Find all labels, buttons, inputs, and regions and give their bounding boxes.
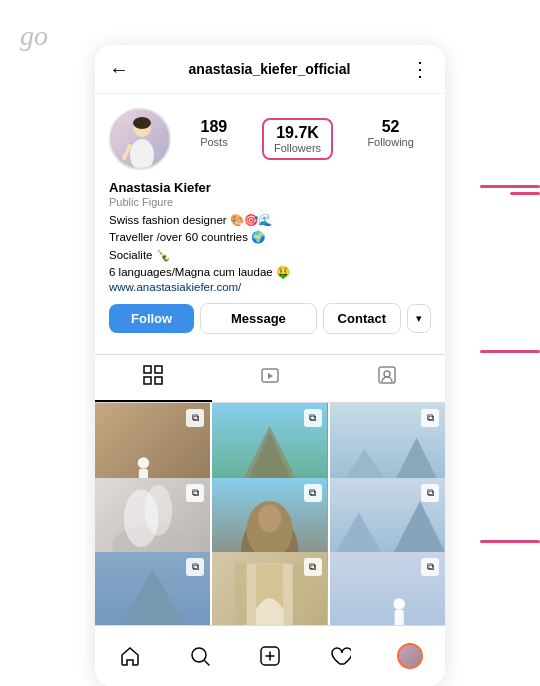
tagged-icon — [377, 365, 397, 390]
grid-overlay-6: ⧉ — [421, 484, 439, 502]
svg-point-14 — [138, 457, 150, 469]
grid-cell-9[interactable]: ⧉ — [330, 552, 445, 625]
username-label: anastasia_kiefer_official — [189, 61, 351, 77]
svg-point-27 — [145, 485, 173, 536]
profile-top-row: 189 Posts 19.7K Followers 52 Following — [109, 108, 431, 170]
profile-stats: 189 Posts 19.7K Followers 52 Following — [183, 118, 431, 160]
contact-button[interactable]: Contact — [323, 303, 401, 334]
bio-line-2: Traveller /over 60 countries 🌍 — [109, 229, 431, 246]
svg-rect-8 — [155, 377, 162, 384]
profile-header: ← anastasia_kiefer_official ⋮ — [95, 45, 445, 94]
followers-label: Followers — [274, 142, 321, 154]
following-stat: 52 Following — [367, 118, 413, 160]
posts-stat: 189 Posts — [200, 118, 228, 160]
grid-icon — [143, 365, 163, 390]
grid-overlay-9: ⧉ — [421, 558, 439, 576]
deco-line-1 — [480, 185, 540, 188]
svg-point-45 — [393, 598, 405, 610]
reels-icon — [260, 365, 280, 390]
photo-grid: ⧉ ⧉ — [95, 403, 445, 625]
phone-content: ← anastasia_kiefer_official ⋮ — [95, 45, 445, 686]
bottom-nav — [95, 625, 445, 686]
grid-cell-8[interactable]: ⧉ — [212, 552, 327, 625]
svg-rect-10 — [379, 367, 395, 383]
action-buttons: Follow Message Contact ▾ — [109, 303, 431, 334]
grid-cell-7[interactable]: ⧉ — [95, 552, 210, 625]
profile-name: Anastasia Kiefer — [109, 180, 431, 195]
likes-nav-button[interactable] — [320, 636, 360, 676]
deco-line-2 — [510, 192, 540, 195]
svg-point-31 — [258, 504, 281, 532]
svg-point-11 — [384, 371, 390, 377]
home-nav-button[interactable] — [110, 636, 150, 676]
profile-bio-text: Swiss fashion designer 🎨🎯🌊 Traveller /ov… — [109, 212, 431, 281]
grid-overlay-7: ⧉ — [186, 558, 204, 576]
profile-tabs — [95, 354, 445, 403]
followers-stat[interactable]: 19.7K Followers — [262, 118, 333, 160]
profile-nav-button[interactable] — [390, 636, 430, 676]
svg-point-3 — [130, 139, 154, 170]
svg-rect-6 — [155, 366, 162, 373]
svg-rect-46 — [394, 610, 403, 625]
message-button[interactable]: Message — [200, 303, 316, 334]
avatar — [109, 108, 171, 170]
posts-label: Posts — [200, 136, 228, 148]
posts-count: 189 — [201, 118, 228, 136]
svg-point-47 — [192, 648, 206, 662]
follow-button[interactable]: Follow — [109, 304, 194, 333]
deco-line-3 — [480, 350, 540, 353]
profile-bio: Anastasia Kiefer Public Figure Swiss fas… — [109, 180, 431, 293]
tab-reels[interactable] — [212, 355, 329, 402]
more-options-button[interactable]: ⋮ — [410, 57, 431, 81]
tab-grid[interactable] — [95, 355, 212, 402]
avatar-image — [111, 110, 169, 168]
svg-rect-5 — [144, 366, 151, 373]
grid-overlay-1: ⧉ — [186, 409, 204, 427]
following-label: Following — [367, 136, 413, 148]
phone-frame: go ← anastasia_kiefer_official ⋮ — [0, 0, 540, 686]
search-nav-button[interactable] — [180, 636, 220, 676]
bio-line-3: Socialite 🍾 — [109, 247, 431, 264]
following-count: 52 — [382, 118, 400, 136]
grid-overlay-3: ⧉ — [421, 409, 439, 427]
grid-overlay-5: ⧉ — [304, 484, 322, 502]
bio-line-1: Swiss fashion designer 🎨🎯🌊 — [109, 212, 431, 229]
create-nav-button[interactable] — [250, 636, 290, 676]
back-button[interactable]: ← — [109, 58, 129, 81]
grid-overlay-2: ⧉ — [304, 409, 322, 427]
followers-count: 19.7K — [276, 124, 319, 142]
profile-website[interactable]: www.anastasiakiefer.com/ — [109, 281, 431, 293]
deco-line-4 — [480, 540, 540, 543]
go-watermark: go — [20, 20, 48, 52]
dropdown-button[interactable]: ▾ — [407, 304, 431, 333]
profile-section: 189 Posts 19.7K Followers 52 Following — [95, 94, 445, 354]
grid-overlay-8: ⧉ — [304, 558, 322, 576]
svg-rect-7 — [144, 377, 151, 384]
profile-nav-avatar — [397, 643, 423, 669]
svg-point-2 — [133, 117, 151, 129]
grid-overlay-4: ⧉ — [186, 484, 204, 502]
svg-line-48 — [205, 661, 210, 666]
profile-category: Public Figure — [109, 196, 431, 208]
bio-line-4: 6 languages/Magna cum laudae 🤑 — [109, 264, 431, 281]
tab-tagged[interactable] — [328, 355, 445, 402]
